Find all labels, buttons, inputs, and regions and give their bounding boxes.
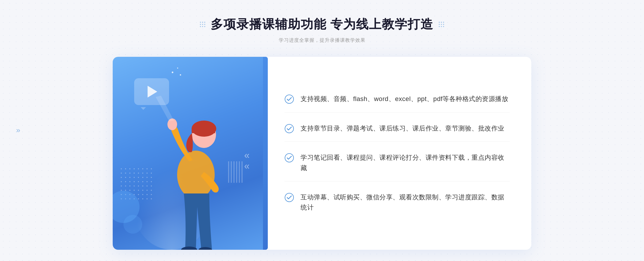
svg-point-1 bbox=[177, 151, 215, 199]
feature-text-4: 互动弹幕、试听购买、微信分享、观看次数限制、学习进度跟踪、数据统计 bbox=[301, 192, 510, 213]
main-content-card: « « 支持视频、音频、flash、word、excel、ppt、pdf等各种格… bbox=[113, 57, 531, 250]
svg-point-12 bbox=[285, 154, 294, 162]
svg-text:«: « bbox=[244, 161, 250, 171]
feature-item-4: 互动弹幕、试听购买、微信分享、观看次数限制、学习进度跟踪、数据统计 bbox=[284, 184, 510, 221]
feature-text-2: 支持章节目录、弹题考试、课后练习、课后作业、章节测验、批改作业 bbox=[301, 123, 504, 133]
feature-text-1: 支持视频、音频、flash、word、excel、ppt、pdf等各种格式的资源… bbox=[301, 94, 508, 104]
feature-item-1: 支持视频、音频、flash、word、excel、ppt、pdf等各种格式的资源… bbox=[284, 86, 510, 112]
check-icon-3 bbox=[284, 153, 294, 163]
header-section: 多项录播课辅助功能 专为线上教学打造 学习进度全掌握，提升录播课教学效果 bbox=[200, 16, 444, 43]
illustration-panel: « « bbox=[113, 57, 263, 250]
page-wrapper: » 多项录播课辅助功能 专为线上教学打造 学习进度全掌握，提升录播课教学效果 bbox=[0, 0, 644, 261]
features-panel: 支持视频、音频、flash、word、excel、ppt、pdf等各种格式的资源… bbox=[263, 57, 531, 250]
sub-title: 学习进度全掌握，提升录播课教学效果 bbox=[200, 37, 444, 43]
svg-text:«: « bbox=[244, 150, 250, 161]
feature-item-3: 学习笔记回看、课程提问、课程评论打分、课件资料下载，重点内容收藏 bbox=[284, 144, 510, 181]
svg-point-11 bbox=[285, 124, 294, 133]
check-icon-2 bbox=[284, 124, 294, 133]
svg-text:»: » bbox=[16, 126, 20, 134]
check-icon-4 bbox=[284, 193, 294, 202]
main-title: 多项录播课辅助功能 专为线上教学打造 bbox=[211, 16, 434, 33]
feature-item-2: 支持章节目录、弹题考试、课后练习、课后作业、章节测验、批改作业 bbox=[284, 115, 510, 142]
decorative-dots-right bbox=[439, 22, 444, 27]
decorative-dots-left bbox=[200, 22, 205, 27]
svg-point-10 bbox=[285, 95, 294, 103]
feature-text-3: 学习笔记回看、课程提问、课程评论打分、课件资料下载，重点内容收藏 bbox=[301, 152, 510, 173]
check-icon-1 bbox=[284, 94, 294, 104]
character-illustration: « « bbox=[113, 57, 263, 250]
svg-point-13 bbox=[285, 193, 294, 202]
title-row: 多项录播课辅助功能 专为线上教学打造 bbox=[200, 16, 444, 33]
left-arrow-decoration: » bbox=[16, 125, 27, 136]
